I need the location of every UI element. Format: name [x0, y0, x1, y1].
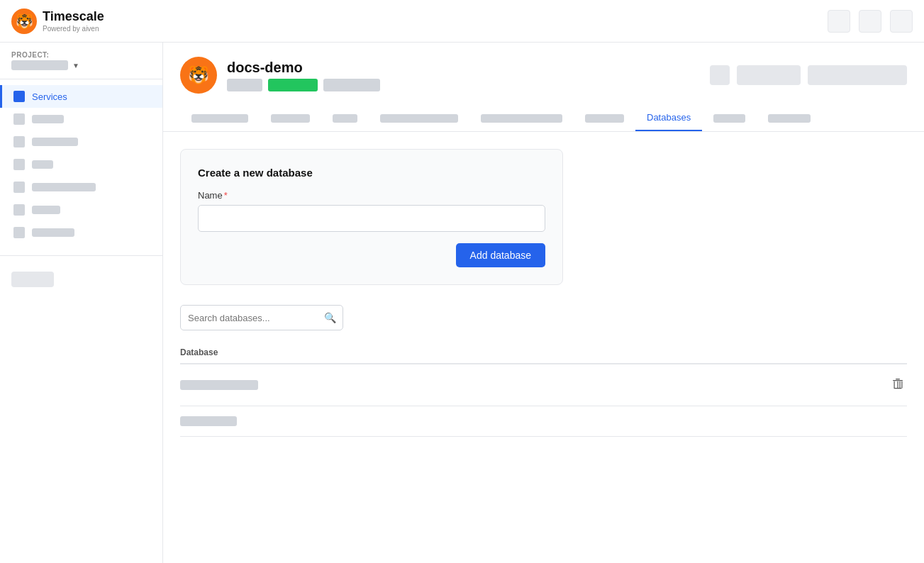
main-layout: PROJECT: ▼ Services [0, 43, 924, 563]
db-actions-cell-1 [768, 364, 907, 406]
create-db-card: Create a new database Name * Add databas… [180, 149, 563, 285]
tab-overview[interactable] [180, 105, 260, 131]
sidebar-item-7[interactable] [0, 221, 162, 244]
action-icon[interactable] [710, 65, 730, 85]
sidebar-label-5 [32, 183, 96, 191]
database-name-input[interactable] [198, 205, 545, 232]
sidebar-label-6 [32, 206, 60, 214]
project-header: 🐯 docs-demo [163, 43, 924, 132]
delete-db-button-1[interactable] [889, 374, 907, 396]
sidebar-bottom [0, 262, 162, 297]
tab-metrics[interactable] [260, 105, 321, 131]
sidebar-bottom-blur [11, 272, 54, 287]
project-tags [227, 79, 380, 91]
nav-icon-2[interactable] [859, 10, 881, 33]
sidebar-label-3 [32, 138, 78, 146]
search-input-wrapper: 🔍 [180, 305, 343, 330]
sidebar-label-7 [32, 228, 74, 237]
nav-icon-3[interactable] [890, 10, 913, 33]
action-btn-2[interactable] [808, 65, 907, 85]
tab-databases[interactable]: Databases [635, 105, 702, 131]
tag-1 [227, 79, 262, 91]
tabs: Databases [180, 105, 907, 131]
sidebar-divider [0, 255, 162, 256]
sidebar-item-5[interactable] [0, 176, 162, 199]
sidebar-icon-3 [13, 136, 25, 147]
svg-rect-6 [897, 381, 898, 389]
search-container: 🔍 [180, 305, 907, 330]
sidebar-icon-5 [13, 182, 25, 193]
timescale-logo-icon: 🐯 [11, 9, 37, 34]
nav-icon-1[interactable] [828, 10, 850, 33]
services-icon [13, 91, 25, 102]
sidebar-icon-7 [13, 227, 25, 238]
search-icon: 🔍 [324, 312, 336, 323]
search-input[interactable] [180, 305, 343, 330]
action-btn-1[interactable] [737, 65, 801, 85]
tab-pools[interactable] [469, 105, 574, 131]
db-name-blur-2 [180, 416, 237, 426]
create-db-title: Create a new database [198, 167, 545, 179]
sidebar-item-4[interactable] [0, 153, 162, 176]
sidebar-bottom-item[interactable] [11, 267, 151, 291]
svg-rect-5 [901, 381, 902, 389]
db-name-cell-1 [180, 364, 768, 406]
app-name: Timescale [43, 9, 104, 25]
tab-backups[interactable] [574, 105, 635, 131]
project-title-left: 🐯 docs-demo [180, 57, 380, 94]
project-selector[interactable]: PROJECT: ▼ [0, 43, 162, 79]
db-name-blur-1 [180, 380, 258, 390]
project-name-blur [11, 60, 68, 70]
content-body: Create a new database Name * Add databas… [163, 132, 924, 454]
required-star: * [224, 190, 228, 201]
svg-rect-7 [899, 381, 900, 389]
tag-status [268, 79, 318, 91]
project-info: docs-demo [227, 60, 380, 91]
table-row [180, 364, 907, 406]
top-nav: 🐯 Timescale Powered by aiven [0, 0, 924, 43]
sidebar-icon-2 [13, 113, 25, 125]
app-subtitle: Powered by aiven [43, 25, 104, 33]
form-actions: Add database [198, 243, 545, 267]
project-title: docs-demo [227, 60, 380, 76]
tab-connection[interactable] [369, 105, 469, 131]
svg-rect-2 [893, 380, 903, 381]
sidebar-label-2 [32, 115, 64, 123]
add-database-button[interactable]: Add database [456, 243, 545, 267]
tab-logs[interactable] [321, 105, 369, 131]
tab-advanced[interactable] [757, 105, 822, 131]
sidebar-item-3[interactable] [0, 130, 162, 153]
svg-rect-3 [896, 379, 900, 379]
project-label: PROJECT: [11, 51, 79, 59]
sidebar-icon-6 [13, 204, 25, 216]
actions-column-header [768, 342, 907, 364]
db-table: Database [180, 342, 907, 437]
sidebar: PROJECT: ▼ Services [0, 43, 163, 563]
sidebar-item-2[interactable] [0, 108, 162, 130]
table-row [180, 406, 907, 437]
sidebar-services-label: Services [32, 91, 67, 102]
db-column-header: Database [180, 342, 768, 364]
svg-text:🐯: 🐯 [16, 13, 33, 30]
tag-3 [323, 79, 380, 91]
svg-rect-4 [894, 381, 895, 389]
sidebar-label-4 [32, 160, 53, 169]
main-content: 🐯 docs-demo [163, 43, 924, 563]
sidebar-nav: Services [0, 79, 162, 250]
sidebar-icon-4 [13, 159, 25, 170]
name-label: Name * [198, 190, 545, 201]
project-dropdown-arrow: ▼ [72, 62, 79, 69]
sidebar-item-services[interactable]: Services [0, 85, 162, 108]
db-name-cell-2 [180, 406, 768, 437]
project-title-row: 🐯 docs-demo [180, 57, 907, 94]
project-actions [710, 65, 907, 85]
tab-users[interactable] [702, 105, 757, 131]
db-actions-cell-2 [768, 406, 907, 437]
project-avatar: 🐯 [180, 57, 217, 94]
name-field: Name * [198, 190, 545, 232]
sidebar-item-6[interactable] [0, 199, 162, 221]
nav-right [828, 10, 913, 33]
svg-rect-8 [894, 388, 902, 389]
logo-area: 🐯 Timescale Powered by aiven [11, 9, 104, 34]
